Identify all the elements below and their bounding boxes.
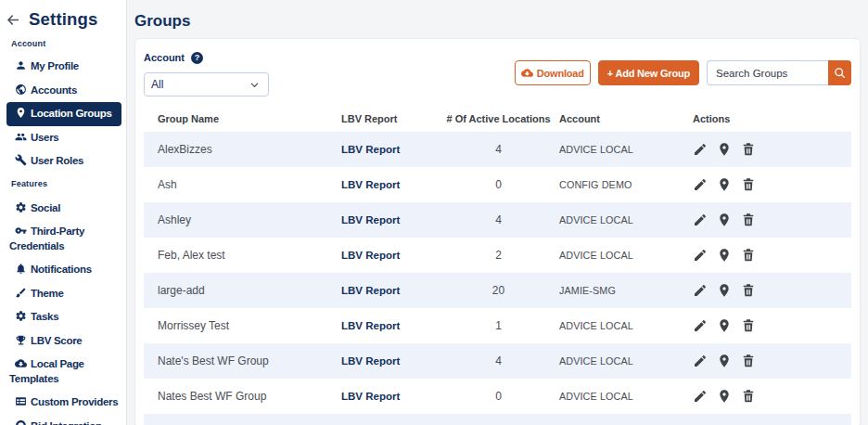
lbv-report-link[interactable]: LBV Report [341, 250, 400, 261]
bell-icon [15, 263, 27, 275]
sidebar-item-bid-integration[interactable]: Bid Integration [6, 415, 121, 425]
add-new-group-button[interactable]: + Add New Group [598, 60, 699, 85]
sidebar-item-label: Bid Integration [31, 420, 102, 425]
locations-pin-icon[interactable] [717, 283, 732, 298]
key-icon [15, 225, 27, 237]
lbv-report-link[interactable]: LBV Report [341, 355, 400, 367]
search-button[interactable] [828, 60, 851, 85]
lbv-report-link[interactable]: LBV Report [341, 320, 400, 331]
cell-lbv-report: LBV Report [334, 308, 445, 343]
sidebar-item-label: Theme [31, 288, 64, 299]
delete-trash-icon[interactable] [741, 283, 756, 298]
sidebar-item-tasks[interactable]: Tasks [6, 305, 121, 329]
delete-trash-icon[interactable] [741, 389, 756, 404]
sidebar-item-user-roles[interactable]: User Roles [6, 149, 121, 174]
sidebar-item-third-party-credentials[interactable]: Third-Party Credentials [6, 220, 121, 258]
sidebar-item-label: Notifications [31, 264, 92, 275]
locations-pin-icon[interactable] [717, 142, 732, 157]
sidebar-item-my-profile[interactable]: My Profile [6, 55, 121, 79]
cell-active-locations: 20 [445, 273, 552, 308]
wrench-icon [15, 154, 27, 166]
cloud-arrow-icon [15, 357, 27, 369]
trophy-icon [15, 334, 27, 346]
locations-pin-icon[interactable] [717, 389, 732, 404]
delete-trash-icon[interactable] [741, 142, 756, 157]
cell-actions [685, 414, 851, 425]
sidebar-item-label: Custom Providers [31, 396, 118, 407]
table-row: AlexBizzes LBV Report 4 ADVICE LOCAL [144, 132, 851, 167]
edit-pencil-icon[interactable] [693, 283, 708, 298]
groups-table-body: AlexBizzes LBV Report 4 ADVICE LOCAL Ash… [144, 132, 851, 425]
groups-toolbar: Account ? All Download + Add New Group [144, 51, 851, 97]
search-groups-input[interactable] [707, 60, 828, 85]
section-label-account: Account [0, 33, 126, 55]
circle-icon [15, 419, 27, 425]
help-icon[interactable]: ? [191, 52, 203, 64]
sidebar-item-label: Tasks [31, 311, 58, 322]
edit-pencil-icon[interactable] [693, 248, 708, 263]
delete-trash-icon[interactable] [741, 354, 756, 368]
sidebar-item-label: My Profile [31, 60, 79, 71]
cell-lbv-report: LBV Report [334, 132, 445, 167]
locations-pin-icon[interactable] [717, 354, 732, 368]
table-row: Nate's Best WF Group LBV Report 4 ADVICE… [144, 343, 851, 379]
table-row: Ash LBV Report 0 CONFIG DEMO [144, 167, 851, 202]
locations-pin-icon[interactable] [717, 248, 732, 263]
lbv-report-link[interactable]: LBV Report [341, 214, 400, 225]
lbv-report-link[interactable]: LBV Report [341, 179, 400, 190]
paintbrush-icon [15, 287, 27, 299]
sidebar-item-lbv-score[interactable]: LBV Score [6, 329, 121, 354]
sidebar-item-theme[interactable]: Theme [6, 282, 121, 306]
edit-pencil-icon[interactable] [693, 389, 708, 404]
cell-lbv-report [334, 414, 445, 425]
account-select[interactable]: All [144, 72, 269, 97]
locations-pin-icon[interactable] [717, 177, 732, 192]
cell-active-locations: 0 [445, 167, 552, 202]
cell-active-locations: 4 [445, 343, 552, 379]
locations-pin-icon[interactable] [717, 318, 732, 333]
chevron-down-icon [249, 80, 260, 90]
delete-trash-icon[interactable] [741, 248, 756, 263]
edit-pencil-icon[interactable] [693, 354, 708, 368]
cell-group-name: large-add [144, 273, 334, 308]
edit-pencil-icon[interactable] [693, 318, 708, 333]
sidebar-item-location-groups[interactable]: Location Groups [6, 102, 121, 126]
sidebar-item-label: Accounts [31, 84, 77, 96]
lbv-report-link[interactable]: LBV Report [341, 391, 400, 402]
column-header-group-name: Group Name [144, 106, 334, 132]
groups-table: Group Name LBV Report # Of Active Locati… [144, 106, 851, 425]
lbv-report-link[interactable]: LBV Report [341, 144, 400, 155]
cell-group-name: Nates Best WF Group [144, 379, 334, 414]
back-arrow-icon[interactable] [6, 13, 20, 27]
sidebar-item-custom-providers[interactable]: Custom Providers [6, 391, 121, 415]
sidebar-item-users[interactable]: Users [6, 126, 121, 150]
gear-icon [15, 201, 27, 213]
table-row: Ashley LBV Report 4 ADVICE LOCAL [144, 202, 851, 238]
section-label-features: Features [0, 174, 126, 197]
edit-pencil-icon[interactable] [693, 142, 708, 157]
cell-lbv-report: LBV Report [334, 273, 445, 308]
cell-group-name: Nate's Best WF Group [144, 343, 334, 379]
locations-pin-icon[interactable] [717, 212, 732, 227]
delete-trash-icon[interactable] [741, 212, 756, 227]
cell-group-name: AlexBizzes [144, 132, 334, 167]
sidebar-item-accounts[interactable]: Accounts [6, 79, 121, 103]
cell-actions [685, 238, 851, 273]
sidebar-item-local-page-templates[interactable]: Local Page Templates [6, 353, 121, 391]
download-button-label: Download [537, 68, 584, 79]
edit-pencil-icon[interactable] [693, 212, 708, 227]
cell-actions [685, 202, 851, 238]
delete-trash-icon[interactable] [741, 177, 756, 192]
cell-actions [685, 343, 851, 379]
cell-group-name: Morrissey Test [144, 308, 334, 343]
sidebar-item-notifications[interactable]: Notifications [6, 258, 121, 282]
sidebar-item-social[interactable]: Social [6, 197, 121, 221]
delete-trash-icon[interactable] [741, 318, 756, 333]
table-row: large-add LBV Report 20 JAMIE-SMG [144, 273, 851, 308]
edit-pencil-icon[interactable] [693, 177, 708, 192]
table-header-row: Group Name LBV Report # Of Active Locati… [144, 106, 851, 132]
sidebar-nav-account: My Profile Accounts Location Groups User… [0, 55, 126, 174]
lbv-report-link[interactable]: LBV Report [341, 285, 400, 296]
cloud-download-icon [521, 67, 533, 79]
download-button[interactable]: Download [515, 60, 591, 85]
